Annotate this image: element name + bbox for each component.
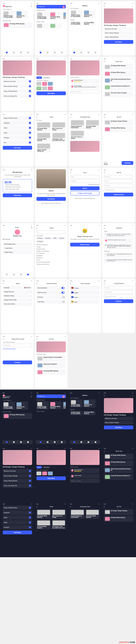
- toggle[interactable]: [61, 296, 65, 298]
- comment-input[interactable]: Write your comment: [70, 90, 100, 93]
- back-icon[interactable]: [36, 227, 37, 229]
- tab-saved[interactable]: [20, 52, 22, 53]
- tab-discussion[interactable]: Discussion: [43, 76, 50, 79]
- google-button[interactable]: G Sign In with Google: [70, 191, 100, 195]
- comment-input[interactable]: Write your comment: [70, 479, 100, 483]
- toggle[interactable]: [61, 292, 65, 294]
- saved-item[interactable]: UX Design White Spacing: [104, 64, 133, 70]
- setting-notification[interactable]: Notification Setting›: [3, 294, 32, 298]
- avatar[interactable]: [15, 229, 20, 235]
- back-home-button[interactable]: Back to Home: [70, 243, 100, 246]
- password-field[interactable]: Password: [104, 286, 133, 289]
- forgot-link[interactable]: Forgot Password?: [70, 184, 100, 185]
- myclass-screen: 9:41••• My Class Continue Class Graphic …: [35, 334, 67, 389]
- onboard-image: [36, 169, 66, 188]
- profile-screen: 9:41••• Profile⚙ Robert Fox My Classes ⬇…: [1, 223, 34, 278]
- get-started-button[interactable]: Get Started: [36, 197, 66, 201]
- signup-link[interactable]: Don't have an account? Sign Up: [70, 198, 100, 199]
- back-icon[interactable]: [104, 171, 105, 174]
- retype-password-field[interactable]: Retype New Password: [104, 295, 133, 298]
- play-icon[interactable]: ▸: [29, 80, 31, 82]
- back-icon[interactable]: [3, 282, 4, 285]
- page-title: Search: [50, 227, 53, 229]
- page-title: Notification Setting: [47, 283, 57, 284]
- search-input[interactable]: ⚲: [36, 230, 66, 234]
- continue-button[interactable]: Continue: [3, 360, 32, 364]
- setting-phone[interactable]: Change Phone Number›: [3, 298, 32, 302]
- menu-saved[interactable]: ♡ Saved Class: [3, 246, 32, 250]
- notification-screen: 9:41••• Notification Today ✓Thankyou! Yo…: [102, 223, 135, 278]
- back-icon[interactable]: [104, 5, 105, 7]
- back-icon[interactable]: [104, 60, 105, 63]
- back-icon[interactable]: [104, 116, 105, 118]
- toggle[interactable]: [61, 301, 65, 303]
- back-icon[interactable]: [36, 506, 37, 508]
- cart-item[interactable]: UX Design: Design Thinking: [104, 119, 133, 125]
- back-icon[interactable]: [36, 116, 37, 118]
- lesson-item[interactable]: Welcome to the Class: [104, 27, 133, 31]
- more-icon[interactable]: [132, 5, 133, 7]
- lang-item[interactable]: Chinese: [70, 286, 100, 290]
- join-button[interactable]: Join Class: [3, 531, 32, 534]
- back-icon[interactable]: [70, 282, 71, 285]
- setting-terms[interactable]: Terms and Condition›: [3, 302, 32, 306]
- menu-classes[interactable]: My Classes: [3, 238, 32, 240]
- back-icon[interactable]: [104, 395, 105, 397]
- more-icon[interactable]: [132, 395, 133, 397]
- confirm-field[interactable]: Confirm Password: [104, 188, 133, 192]
- email-field[interactable]: Email: [70, 175, 100, 178]
- back-icon[interactable]: [104, 282, 105, 285]
- back-icon[interactable]: [70, 116, 71, 118]
- page-title: My Class: [49, 338, 54, 340]
- page-title: Downloaded Class: [80, 116, 91, 118]
- phone-field[interactable]: 702-555-0122: [3, 344, 32, 347]
- tab-search[interactable]: [13, 52, 15, 53]
- signup-link[interactable]: Don't have an account? Sign Up: [36, 202, 66, 204]
- back-icon[interactable]: [104, 506, 105, 508]
- show-more-button[interactable]: Show More: [36, 91, 66, 95]
- downloaded-card[interactable]: Graphic Design for Intermediate: [70, 119, 85, 129]
- back-icon[interactable]: [70, 171, 71, 174]
- show-more-button[interactable]: Show More: [36, 476, 66, 480]
- join-button[interactable]: Join Class: [104, 426, 133, 429]
- language-screen: 9:41••• Select Language Chinese English✓…: [69, 279, 101, 333]
- email-field[interactable]: Email: [104, 179, 133, 183]
- select-plan-button[interactable]: Select Plan: [3, 193, 32, 197]
- class-card[interactable]: UX Design White Spacing: [3, 22, 32, 28]
- tab-home[interactable]: [6, 52, 8, 53]
- create-button[interactable]: Create Account: [104, 193, 133, 196]
- avatar[interactable]: [3, 5, 5, 7]
- search-icon[interactable]: ⚲: [31, 396, 32, 397]
- category-item[interactable]: Design: [36, 246, 66, 248]
- back-icon[interactable]: [104, 227, 105, 229]
- search-screen: 9:41••• Search ⚲ Top Search UI DesignPho…: [35, 223, 67, 278]
- tag[interactable]: UI Design: [36, 237, 44, 239]
- result-card[interactable]: UX Design White Spacing: [36, 122, 51, 131]
- toggle[interactable]: [61, 287, 65, 289]
- tab-project[interactable]: Project: [36, 76, 42, 79]
- menu-history[interactable]: ⟳ Watch History: [3, 251, 32, 254]
- gear-icon[interactable]: ⚙: [31, 227, 32, 228]
- setting-password[interactable]: Change Password›: [3, 290, 32, 294]
- password-field[interactable]: Password: [104, 184, 133, 187]
- back-icon[interactable]: [36, 338, 37, 340]
- projects-dark: 9:41••• ProjectDiscussion 42 Student Pro…: [35, 446, 67, 501]
- back-icon[interactable]: [3, 338, 4, 340]
- join-button[interactable]: Join Class: [104, 40, 133, 44]
- new-password-field[interactable]: New Password: [104, 290, 133, 294]
- checkout-button[interactable]: Checkout: [122, 161, 133, 165]
- join-button[interactable]: Join Class: [3, 146, 32, 150]
- tab-profile[interactable]: [27, 52, 29, 53]
- back-icon[interactable]: [104, 450, 105, 452]
- fullname-field[interactable]: Full Name: [104, 175, 133, 178]
- menu-downloaded[interactable]: ⬇ Downloaded Class: [3, 242, 32, 246]
- back-icon[interactable]: [36, 282, 37, 285]
- continue-button[interactable]: Continue: [104, 299, 133, 303]
- password-field[interactable]: Password: [70, 179, 100, 183]
- verify-link[interactable]: Verify Phone Number: [3, 348, 32, 350]
- signin-button[interactable]: Sign In: [70, 186, 100, 190]
- setting-language[interactable]: Language🇬🇧 English ›: [3, 286, 32, 289]
- search-icon[interactable]: ⚲: [31, 5, 32, 7]
- notification-item[interactable]: ✓Thankyou! Your payment for 'UX Design: …: [104, 233, 133, 238]
- back-icon[interactable]: [70, 506, 71, 508]
